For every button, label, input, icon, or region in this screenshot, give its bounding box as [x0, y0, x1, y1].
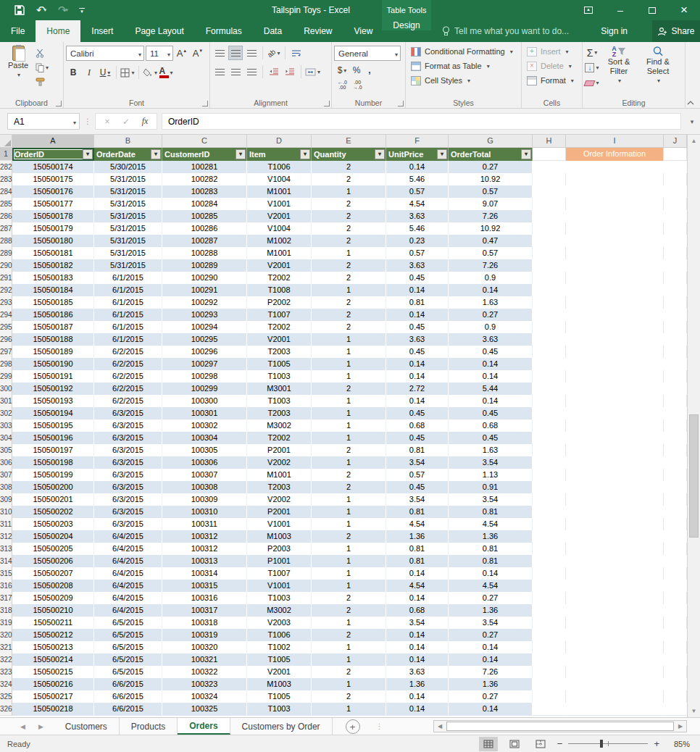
cell[interactable]: V2001: [247, 259, 312, 272]
cell[interactable]: 0.14: [386, 395, 449, 408]
cell[interactable]: 150500199: [12, 469, 94, 482]
cell-empty[interactable]: [566, 592, 664, 605]
merge-center-button[interactable]: [305, 64, 320, 79]
row-number[interactable]: 310: [0, 506, 12, 519]
tab-file[interactable]: File: [0, 20, 36, 42]
cell[interactable]: 0.14: [386, 309, 449, 322]
horizontal-scrollbar[interactable]: ◀ ▶: [433, 720, 687, 732]
cell[interactable]: M3001: [247, 383, 312, 396]
cell[interactable]: 0.47: [449, 235, 533, 248]
cell-empty[interactable]: [533, 481, 566, 494]
number-format-select[interactable]: General: [334, 46, 401, 61]
cell[interactable]: 0.91: [449, 481, 533, 494]
cell[interactable]: V1004: [247, 222, 312, 235]
cell[interactable]: 1.13: [449, 469, 533, 482]
cell-empty[interactable]: [664, 259, 687, 272]
cell[interactable]: 0.81: [386, 543, 449, 556]
zoom-percentage[interactable]: 85%: [667, 740, 690, 748]
cell[interactable]: 1: [312, 580, 386, 593]
maximize-button[interactable]: [636, 0, 668, 20]
vertical-scrollbar-thumb[interactable]: [689, 414, 699, 538]
cell[interactable]: 0.45: [386, 346, 449, 359]
cell[interactable]: V2002: [247, 493, 312, 506]
cell[interactable]: 0.14: [449, 358, 533, 371]
format-as-table-button[interactable]: Format as Table: [408, 59, 519, 73]
cell-empty[interactable]: [664, 567, 687, 580]
cell-empty[interactable]: [664, 284, 687, 297]
collapse-ribbon-button[interactable]: [687, 101, 694, 105]
cell[interactable]: 100281: [162, 161, 247, 174]
cell[interactable]: 0.14: [386, 161, 449, 174]
autosum-button[interactable]: Σ: [585, 46, 599, 59]
table-header-quantity[interactable]: Quantity▾: [312, 148, 386, 161]
horizontal-scrollbar-thumb[interactable]: [446, 722, 674, 731]
cell[interactable]: 0.27: [449, 309, 533, 322]
cell[interactable]: 2: [312, 296, 386, 309]
cell-empty[interactable]: [533, 530, 566, 543]
cell-empty[interactable]: [533, 161, 566, 174]
cell-empty[interactable]: [533, 666, 566, 679]
cell-empty[interactable]: [566, 198, 664, 211]
cell[interactable]: 100293: [162, 309, 247, 322]
cell[interactable]: 6/4/2015: [94, 530, 162, 543]
cell[interactable]: 2: [312, 604, 386, 617]
alignment-dialog-launcher[interactable]: [324, 101, 330, 106]
cell-empty[interactable]: [664, 690, 687, 703]
cell-empty[interactable]: [533, 272, 566, 285]
row-number[interactable]: 320: [0, 629, 12, 642]
vertical-scrollbar[interactable]: ▲ ▼: [687, 135, 700, 717]
cell[interactable]: T2002: [247, 321, 312, 334]
cell[interactable]: T1003: [247, 370, 312, 383]
cell[interactable]: 150500182: [12, 259, 94, 272]
cell-empty[interactable]: [664, 629, 687, 642]
cell[interactable]: 2: [312, 690, 386, 703]
cell-empty[interactable]: [533, 407, 566, 420]
tab-data[interactable]: Data: [253, 20, 293, 42]
cell[interactable]: 100313: [162, 555, 247, 568]
cell-empty[interactable]: [533, 235, 566, 248]
cell[interactable]: 0.14: [449, 395, 533, 408]
cell[interactable]: 0.57: [449, 247, 533, 260]
cell-empty[interactable]: [533, 346, 566, 359]
cell[interactable]: 3.63: [449, 333, 533, 346]
row-number[interactable]: 304: [0, 432, 12, 445]
cell[interactable]: 100311: [162, 518, 247, 531]
order-information-cell[interactable]: Order Information: [566, 148, 664, 161]
cell[interactable]: 100306: [162, 456, 247, 469]
cell[interactable]: 100297: [162, 358, 247, 371]
cell[interactable]: 1.36: [449, 678, 533, 691]
cell[interactable]: 100308: [162, 481, 247, 494]
formula-input[interactable]: OrderID: [162, 113, 681, 130]
row-number[interactable]: 291: [0, 272, 12, 285]
cell[interactable]: M1002: [247, 235, 312, 248]
cell[interactable]: M1001: [247, 185, 312, 199]
cell[interactable]: 100282: [162, 173, 247, 186]
sheet-tab-customers[interactable]: Customers: [54, 718, 120, 735]
select-all-button[interactable]: [0, 135, 12, 148]
cell[interactable]: 0.14: [386, 629, 449, 642]
cell[interactable]: 6/1/2015: [94, 272, 162, 285]
middle-align-button[interactable]: [228, 46, 243, 60]
cell[interactable]: 150500195: [12, 419, 94, 433]
cell[interactable]: M1001: [247, 469, 312, 482]
cell[interactable]: 1: [312, 653, 386, 667]
cell[interactable]: 6/5/2015: [94, 653, 162, 667]
cell[interactable]: 150500179: [12, 222, 94, 235]
cell[interactable]: 6/5/2015: [94, 641, 162, 654]
row-number[interactable]: 296: [0, 333, 12, 346]
cell-empty[interactable]: [664, 641, 687, 654]
cell[interactable]: 0.23: [386, 235, 449, 248]
cell[interactable]: 0.81: [386, 444, 449, 457]
cell[interactable]: 150500178: [12, 210, 94, 223]
cell-empty[interactable]: [533, 469, 566, 482]
wrap-text-button[interactable]: [289, 46, 304, 60]
cell-empty[interactable]: [533, 690, 566, 703]
cell[interactable]: T1003: [247, 703, 312, 716]
zoom-slider[interactable]: [568, 743, 648, 744]
cell[interactable]: 3.63: [386, 666, 449, 679]
cell[interactable]: 100289: [162, 259, 247, 272]
cell[interactable]: 2: [312, 481, 386, 494]
table-header-orderid[interactable]: OrderID▾: [12, 148, 94, 161]
cell[interactable]: 6/3/2015: [94, 407, 162, 420]
cell[interactable]: 10.92: [449, 222, 533, 235]
